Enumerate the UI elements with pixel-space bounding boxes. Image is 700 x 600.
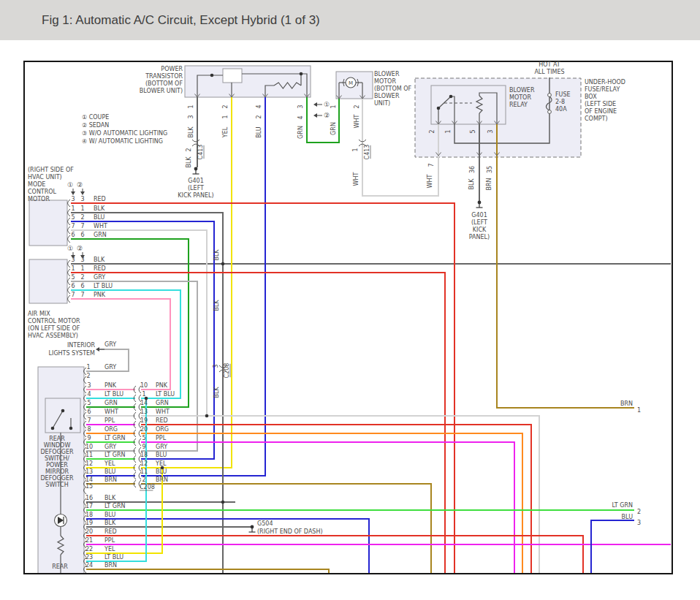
mode_motor-label: (RIGHT SIDE OF <box>28 167 74 173</box>
edge_pins-label: 1 <box>637 407 641 414</box>
switch_rows-label: 9 <box>87 435 91 441</box>
relay_area-label: (LEFT SIDE <box>585 101 616 107</box>
mode_motor-label: 3 <box>71 196 75 202</box>
c413_a-label: 2 <box>186 148 192 151</box>
power_transistor-label: ② <box>324 112 330 119</box>
switch_rows-label: GRN <box>156 400 169 406</box>
ground_g401_b-label: KICK <box>473 227 487 233</box>
mode_motor-label: 2 <box>80 214 84 221</box>
air_mix_motor-label: 5 <box>71 274 75 281</box>
switch_rows-label: LT GRN <box>104 452 126 458</box>
switch_rows-label: 11 <box>140 468 148 475</box>
switch_rows-label: RED <box>156 417 168 424</box>
switch_rows-label: BLU <box>156 452 167 458</box>
relay_area-label: FUSE <box>555 91 571 98</box>
switch_label-label: WINDOW <box>44 442 71 449</box>
switch_rows-label: BLU <box>156 468 167 475</box>
transistor-symbol <box>223 69 242 83</box>
switch_rows-label: PPL <box>104 417 115 424</box>
blower_motor-label: WHT <box>354 114 360 128</box>
air_mix_motor-label: ① <box>67 245 73 252</box>
switch_rows-label: 13 <box>85 468 93 475</box>
relay_area-label: HOT AT <box>539 61 560 68</box>
junction-dot <box>221 501 225 504</box>
relay_area-label: MOTOR <box>509 94 531 101</box>
air_mix_motor-label: 1 <box>71 265 75 272</box>
air_mix_motor-label: RED <box>94 265 106 272</box>
power_transistor-label: 1 <box>222 115 229 118</box>
bus_labels-label: BLK <box>213 300 220 311</box>
switch_rows-label: WHT <box>104 409 118 415</box>
switch_label-label: SWITCH/ <box>45 455 69 462</box>
mode_motor-label: ① <box>67 181 73 189</box>
arrowhead-icon <box>96 347 99 352</box>
legend-label: ② SEDAN <box>82 122 109 129</box>
switch_rows-label: RED <box>104 528 117 535</box>
arrowhead-icon <box>80 191 85 195</box>
c413_a-label: BLK <box>186 156 192 168</box>
wire-BLU <box>591 520 634 573</box>
relay_area-label: 5 <box>470 129 476 133</box>
air_mix_motor-label: 6 <box>71 283 75 289</box>
switch_rows-label: 14 <box>140 400 148 406</box>
mode_motor-label: ② <box>77 181 83 189</box>
switch_rows-label: 6 <box>87 409 91 415</box>
switch_rows-label: LT BLU <box>156 391 175 398</box>
power_transistor-label: 4 <box>297 115 304 119</box>
air_mix_motor-label: 7 <box>71 292 75 298</box>
switch_rows-label: BLK <box>104 495 116 501</box>
ground_g401_a-label: (LEFT <box>188 185 204 191</box>
blower_motor-label: UNIT) <box>374 100 390 107</box>
switch_rows-label: 18 <box>85 512 93 518</box>
wiring-diagram-canvas: ① COUPE② SEDAN③ W/O AUTOMATIC LIGHTING④ … <box>0 0 700 600</box>
mode_motor-label: BLU <box>94 214 105 221</box>
power-transistor-box <box>185 66 311 97</box>
switch_rows-label: 19 <box>140 417 148 424</box>
switch_rows-label: 21 <box>85 537 93 544</box>
ground_g401_b-label: G401 <box>471 212 487 219</box>
bus_labels-label: BLK <box>213 387 220 398</box>
switch_label-label: POWER <box>46 462 68 468</box>
power_transistor-label: BLOWER UNIT) <box>140 88 183 94</box>
mode_motor-label: MOTOR <box>28 196 50 202</box>
switch_rows-label: WHT <box>156 409 170 415</box>
mode_motor-label: BLK <box>94 205 105 212</box>
mode_motor-label: 3 <box>80 196 84 202</box>
switch_rows-label: YEL <box>104 460 115 467</box>
switch_rows-label: BRN <box>104 476 117 483</box>
mode_motor-label: 7 <box>80 223 84 229</box>
wire-BRN <box>497 124 634 408</box>
relay_area-label: ALL TIMES <box>534 69 564 75</box>
switch_rows-label: 2 <box>142 476 145 483</box>
arrowhead-icon <box>71 191 75 195</box>
pin-bracket-icon <box>68 235 71 243</box>
switch_label-label: SWITCH <box>45 482 68 488</box>
edge_pins-label: BLU <box>622 514 634 520</box>
air_mix_motor-label: 3 <box>80 257 84 263</box>
air_mix_motor-label: 7 <box>80 292 84 298</box>
air_mix_motor-label: PNK <box>94 292 106 298</box>
c413_b-label: C413 <box>364 145 370 160</box>
switch_rows-label: BRN <box>104 562 117 569</box>
wire-ORG <box>141 433 522 573</box>
switch_rows-label: 19 <box>85 520 93 526</box>
relay_area-label: COMPT) <box>585 115 608 122</box>
mode_motor-label: MODE <box>28 181 45 188</box>
power_transistor-label: YEL <box>222 126 229 138</box>
relay_area-label: OF ENGINE <box>585 108 617 115</box>
switch_rows-label: BLU <box>104 468 116 475</box>
blower_motor-label: MOTOR <box>374 78 396 85</box>
switch_rows-label: 18 <box>140 452 148 458</box>
air_mix_motor-label: 2 <box>80 274 84 281</box>
switch_rows-label: 11 <box>85 452 93 458</box>
relay_area-label: BLK <box>468 178 475 190</box>
ground_g401_b-label: (LEFT <box>471 219 487 226</box>
interior_lights-label: GRY <box>104 341 116 348</box>
wire-RED <box>86 536 583 573</box>
wire-RED <box>141 425 531 573</box>
switch_rows-label: 22 <box>85 546 93 552</box>
relay_area-label: BLOWER <box>509 87 535 94</box>
pin-bracket-icon <box>68 295 71 303</box>
wire-WHT <box>141 416 539 573</box>
blower_motor-label: (BOTTOM OF <box>374 86 411 92</box>
